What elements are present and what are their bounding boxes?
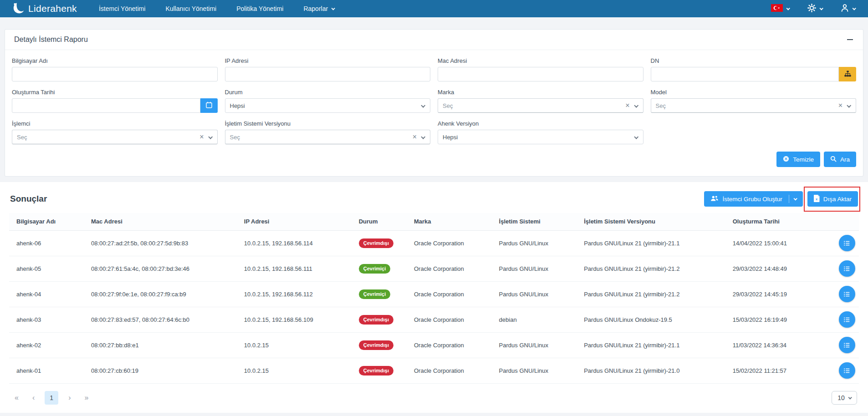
list-icon xyxy=(843,367,850,374)
model-multiselect[interactable]: Seç × xyxy=(651,98,857,113)
results-section: Sonuçlar İstemci Grubu Oluştur x Dışa Ak… xyxy=(0,182,868,413)
users-icon xyxy=(710,195,719,203)
field-label: Ahenk Versiyon xyxy=(438,120,643,127)
brand-multiselect[interactable]: Seç × xyxy=(438,98,643,113)
ip-address-input[interactable] xyxy=(225,67,431,81)
nav-item-istemci-yonetimi[interactable]: İstemci Yönetimi xyxy=(99,5,145,12)
page-size-select[interactable]: 10 xyxy=(832,391,857,405)
cell-mac: 08:00:27:83:ed:57, 08:00:27:64:6c:b0 xyxy=(86,307,239,332)
cell-ip: 10.0.2.15 xyxy=(239,332,353,358)
settings-menu[interactable] xyxy=(807,4,822,14)
cell-os-version: Pardus GNU/Linux 21 (yirmibir)-21.2 xyxy=(578,256,727,281)
clear-selection-icon[interactable]: × xyxy=(625,102,634,109)
nav-item-raporlar[interactable]: Raporlar xyxy=(303,5,334,12)
cell-ip: 10.0.2.15, 192.168.56.111 xyxy=(239,256,353,281)
creation-date-input[interactable] xyxy=(12,98,200,113)
collapse-panel-button[interactable] xyxy=(846,36,854,44)
clear-button-label: Temizle xyxy=(793,156,814,163)
cell-brand: Oracle Corporation xyxy=(408,281,494,307)
field-marka: Marka Seç × xyxy=(438,89,643,113)
field-label: Mac Adresi xyxy=(438,57,643,64)
search-button[interactable]: Ara xyxy=(824,152,856,167)
status-badge: Çevrimdışı xyxy=(359,315,393,325)
ahenk-version-select[interactable]: Hepsi xyxy=(438,130,643,144)
results-actions: İstemci Grubu Oluştur x Dışa Aktar xyxy=(704,191,858,207)
cell-computer-name: ahenk-04 xyxy=(9,281,86,307)
dn-input[interactable] xyxy=(651,67,839,81)
dn-tree-picker-button[interactable] xyxy=(839,67,856,81)
row-actions-button[interactable] xyxy=(839,235,855,251)
turkish-flag-icon xyxy=(771,4,783,14)
chevron-down-icon xyxy=(421,134,425,139)
cell-created: 11/03/2022 14:36:34 xyxy=(727,332,833,358)
last-page-button[interactable]: » xyxy=(81,392,92,404)
field-durum: Durum Hepsi xyxy=(225,89,431,113)
row-actions-button[interactable] xyxy=(839,311,855,328)
filter-panel: Detaylı İstemci Raporu Bilgisayar Adı IP… xyxy=(5,29,863,177)
search-icon xyxy=(830,156,837,163)
cell-os-version: Pardus GNU/Linux 21 (yirmibir)-21.2 xyxy=(578,281,727,307)
next-page-button[interactable]: › xyxy=(65,392,74,404)
list-icon xyxy=(843,342,850,349)
processor-multiselect[interactable]: Seç × xyxy=(12,130,218,144)
table-row: ahenk-06 08:00:27:ad:2f:5b, 08:00:27:5d:… xyxy=(9,230,859,256)
gear-icon xyxy=(807,4,816,14)
previous-page-button[interactable]: ‹ xyxy=(29,392,38,404)
user-menu[interactable] xyxy=(841,4,855,14)
field-label: İşletim Sistemi Versiyonu xyxy=(225,120,431,127)
clear-selection-icon[interactable]: × xyxy=(838,102,847,109)
status-select[interactable]: Hepsi xyxy=(225,98,431,113)
brand[interactable]: Liderahenk xyxy=(13,2,77,16)
status-badge: Çevrimdışı xyxy=(359,340,393,350)
excel-file-icon: x xyxy=(814,195,820,203)
language-selector[interactable] xyxy=(771,4,789,14)
column-header-isletim-sistemi: İşletim Sistemi xyxy=(494,213,579,230)
field-label: Marka xyxy=(438,89,643,96)
results-header: Sonuçlar İstemci Grubu Oluştur x Dışa Ak… xyxy=(9,189,859,207)
field-islemci: İşlemci Seç × xyxy=(12,120,218,144)
cell-os-version: Pardus GNU/Linux 21 (yirmibir)-21.1 xyxy=(578,230,727,256)
cell-created: 29/03/2022 14:45:19 xyxy=(727,281,833,307)
column-header-ip-adresi: IP Adresi xyxy=(239,213,353,230)
cell-os: Pardus GNU/Linux xyxy=(494,256,579,281)
create-client-group-button[interactable]: İstemci Grubu Oluştur xyxy=(704,191,802,207)
current-page-button[interactable]: 1 xyxy=(45,391,58,405)
clear-selection-icon[interactable]: × xyxy=(199,133,208,141)
field-ip-adresi: IP Adresi xyxy=(225,57,431,81)
first-page-button[interactable]: « xyxy=(11,392,22,404)
sitemap-icon xyxy=(844,71,851,78)
select-placeholder: Seç xyxy=(656,102,666,109)
nav-item-politika-yonetimi[interactable]: Politika Yönetimi xyxy=(236,5,283,12)
minus-icon xyxy=(847,39,853,40)
liderahenk-logo-icon xyxy=(13,2,25,16)
clear-button[interactable]: Temizle xyxy=(776,152,820,167)
mac-address-input[interactable] xyxy=(438,67,643,81)
os-version-multiselect[interactable]: Seç × xyxy=(225,130,431,144)
column-header-durum: Durum xyxy=(353,213,408,230)
chevron-down-icon xyxy=(793,197,797,200)
cell-mac: 08:00:27:9f:0e:1e, 08:00:27:f9:ca:b9 xyxy=(86,281,239,307)
row-actions-button[interactable] xyxy=(839,362,855,379)
row-actions-button[interactable] xyxy=(839,337,855,353)
cell-os-version: Pardus GNU/Linux 21 (yirmibir)-21.0 xyxy=(578,358,727,383)
cell-created: 15/03/2022 16:19:49 xyxy=(727,307,833,332)
computer-name-input[interactable] xyxy=(12,67,218,81)
cell-os: Pardus GNU/Linux xyxy=(494,281,579,307)
cell-brand: Oracle Corporation xyxy=(408,358,494,383)
row-actions-button[interactable] xyxy=(839,260,855,277)
cell-brand: Oracle Corporation xyxy=(408,256,494,281)
row-actions-button[interactable] xyxy=(839,286,855,302)
cell-computer-name: ahenk-02 xyxy=(9,332,86,358)
nav-item-kullanici-yonetimi[interactable]: Kullanıcı Yönetimi xyxy=(165,5,216,12)
calendar-button[interactable] xyxy=(200,98,218,113)
cell-ip: 10.0.2.15 xyxy=(239,358,353,383)
field-label: IP Adresi xyxy=(225,57,431,64)
clients-table: Bilgisayar Adı Mac Adresi IP Adresi Duru… xyxy=(9,213,859,384)
chevron-down-icon xyxy=(819,6,823,10)
clear-selection-icon[interactable]: × xyxy=(413,133,421,141)
export-button[interactable]: x Dışa Aktar xyxy=(807,191,858,207)
field-label: İşlemci xyxy=(12,120,218,127)
field-ahenk-versiyon: Ahenk Versiyon Hepsi xyxy=(438,120,643,144)
table-row: ahenk-03 08:00:27:83:ed:57, 08:00:27:64:… xyxy=(9,307,859,332)
cell-os-version: Pardus GNU/Linux Ondokuz-19.5 xyxy=(578,307,727,332)
